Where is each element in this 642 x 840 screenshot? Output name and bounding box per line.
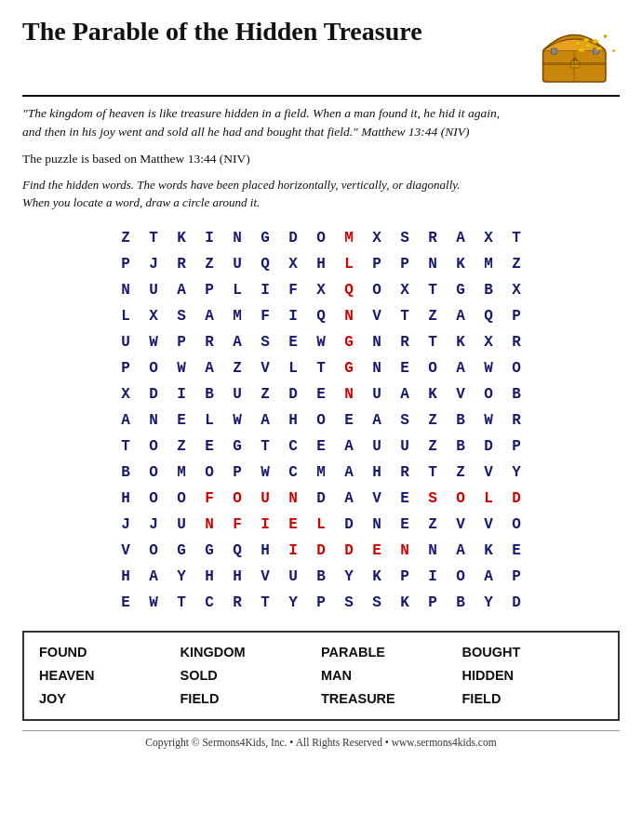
cell-r11-c0: J [112, 512, 140, 538]
cell-r9-c2: M [167, 460, 195, 486]
cell-r6-c2: I [167, 381, 195, 407]
cell-r1-c3: Z [195, 251, 223, 277]
cell-r7-c13: W [475, 407, 502, 433]
cell-r3-c6: I [279, 303, 307, 329]
cell-r14-c1: W [140, 590, 167, 616]
cell-r8-c14: P [502, 433, 530, 460]
cell-r0-c3: I [195, 225, 223, 251]
cell-r6-c6: D [279, 381, 307, 407]
cell-r0-c4: N [223, 225, 251, 251]
cell-r1-c13: M [475, 251, 502, 277]
cell-r5-c1: O [140, 355, 167, 381]
cell-r2-c9: O [363, 277, 391, 303]
cell-r9-c10: R [391, 460, 419, 486]
cell-r4-c7: W [307, 329, 335, 355]
cell-r9-c6: C [279, 460, 307, 486]
cell-r6-c7: E [307, 381, 335, 407]
cell-r12-c3: G [195, 538, 223, 564]
word-item: JOY [39, 688, 181, 710]
cell-r9-c7: M [307, 460, 335, 486]
cell-r12-c2: G [167, 538, 195, 564]
cell-r14-c10: K [391, 590, 419, 616]
cell-r13-c6: U [279, 564, 307, 590]
cell-r10-c6: N [279, 486, 307, 512]
word-item: MAN [321, 665, 462, 687]
cell-r5-c5: V [251, 355, 279, 381]
cell-r3-c11: Z [419, 303, 447, 329]
cell-r14-c7: P [307, 590, 335, 616]
cell-r13-c4: H [223, 564, 251, 590]
cell-r8-c5: T [251, 433, 279, 460]
cell-r0-c5: G [251, 225, 279, 251]
cell-r4-c4: A [223, 329, 251, 355]
cell-r8-c6: C [279, 433, 307, 460]
cell-r5-c2: W [167, 355, 195, 381]
cell-r6-c11: K [419, 381, 447, 407]
cell-r4-c6: E [279, 329, 307, 355]
cell-r0-c14: T [502, 225, 530, 251]
word-column-1: KINGDOMSOLDFIELD [181, 642, 322, 711]
cell-r10-c10: E [391, 486, 419, 512]
svg-point-4 [578, 47, 585, 52]
cell-r4-c14: R [502, 329, 530, 355]
cell-r12-c12: A [447, 538, 475, 564]
cell-r7-c1: N [140, 407, 167, 433]
cell-r5-c11: O [419, 355, 447, 381]
puzzle-container: ZTKINGDOMXSRAXTPJRZUQXHLPPNKMZNUAPLIFXQO… [22, 225, 620, 616]
cell-r7-c4: W [223, 407, 251, 433]
cell-r9-c13: V [475, 460, 502, 486]
cell-r11-c6: E [279, 512, 307, 538]
cell-r14-c13: Y [475, 590, 502, 616]
cell-r3-c7: Q [307, 303, 335, 329]
cell-r7-c6: H [279, 407, 307, 433]
cell-r11-c5: I [251, 512, 279, 538]
cell-r9-c14: Y [502, 460, 530, 486]
cell-r4-c13: X [475, 329, 502, 355]
cell-r14-c4: R [223, 590, 251, 616]
word-list-box: FOUNDHEAVENJOYKINGDOMSOLDFIELDPARABLEMAN… [22, 631, 620, 722]
cell-r3-c13: Q [475, 303, 502, 329]
word-item: KINGDOM [181, 642, 322, 663]
cell-r11-c7: L [307, 512, 335, 538]
cell-r13-c8: Y [335, 564, 363, 590]
cell-r8-c11: Z [419, 433, 447, 460]
cell-r12-c10: N [391, 538, 419, 564]
cell-r11-c4: F [223, 512, 251, 538]
cell-r9-c1: O [140, 460, 167, 486]
cell-r4-c0: U [112, 329, 140, 355]
cell-r12-c11: N [419, 538, 447, 564]
cell-r3-c1: X [140, 303, 167, 329]
cell-r7-c0: A [112, 407, 140, 433]
cell-r3-c0: L [112, 303, 140, 329]
cell-r3-c8: N [335, 303, 363, 329]
cell-r11-c2: U [167, 512, 195, 538]
cell-r5-c4: Z [223, 355, 251, 381]
cell-r3-c14: P [502, 303, 530, 329]
cell-r0-c2: K [167, 225, 195, 251]
cell-r13-c10: P [391, 564, 419, 590]
cell-r6-c12: V [447, 381, 475, 407]
cell-r10-c3: F [195, 486, 223, 512]
cell-r6-c5: Z [251, 381, 279, 407]
cell-r10-c2: O [167, 486, 195, 512]
cell-r4-c10: R [391, 329, 419, 355]
cell-r8-c13: D [475, 433, 502, 460]
cell-r14-c3: C [195, 590, 223, 616]
cell-r7-c11: Z [419, 407, 447, 433]
cell-r6-c8: N [335, 381, 363, 407]
cell-r12-c13: K [475, 538, 502, 564]
cell-r13-c12: O [447, 564, 475, 590]
cell-r1-c2: R [167, 251, 195, 277]
cell-r3-c5: F [251, 303, 279, 329]
cell-r4-c2: P [167, 329, 195, 355]
cell-r0-c7: O [307, 225, 335, 251]
cell-r6-c1: D [140, 381, 167, 407]
cell-r3-c12: A [447, 303, 475, 329]
cell-r9-c12: Z [447, 460, 475, 486]
cell-r5-c7: T [307, 355, 335, 381]
cell-r1-c9: P [363, 251, 391, 277]
word-column-3: BOUGHTHIDDENFIELD [462, 642, 604, 711]
cell-r14-c6: Y [279, 590, 307, 616]
cell-r12-c4: Q [223, 538, 251, 564]
cell-r2-c12: G [447, 277, 475, 303]
